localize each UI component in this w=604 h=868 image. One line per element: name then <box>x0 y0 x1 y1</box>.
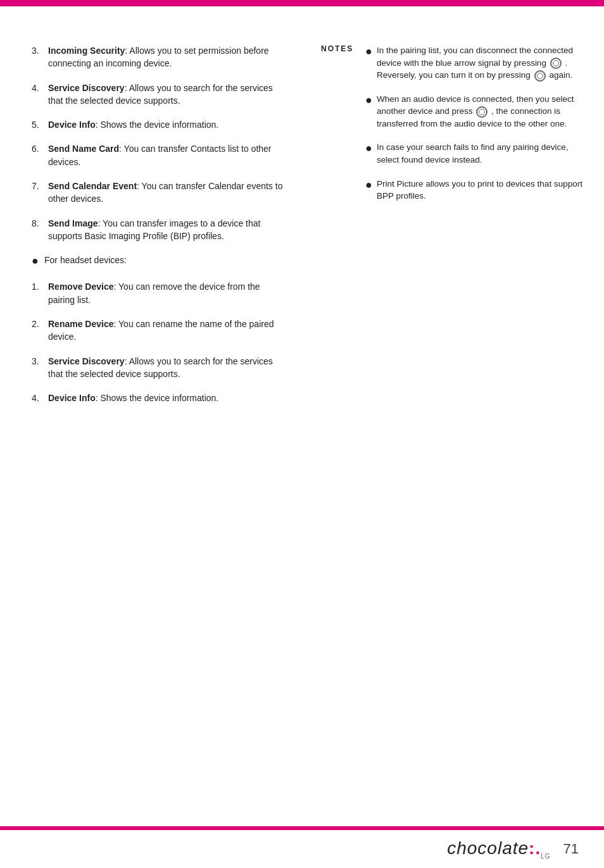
note-bullet-icon: ● <box>365 43 377 82</box>
item-term: Send Image <box>48 218 98 228</box>
notes-header: NOTES <box>321 44 365 53</box>
note-item-4: ● Print Picture allows you to print to d… <box>365 178 585 202</box>
item-number: 8. <box>32 217 48 243</box>
item-term: Send Name Card <box>48 144 119 154</box>
note-text-2: When an audio device is connected, then … <box>377 93 585 130</box>
item-number: 6. <box>32 142 48 168</box>
main-content: 3. Incoming Security: Allows you to set … <box>0 19 604 817</box>
item-term: Service Discovery <box>48 356 125 366</box>
item-content: Device Info: Shows the device informatio… <box>48 118 283 131</box>
top-bar <box>0 0 604 6</box>
item-term: Rename Device <box>48 319 114 329</box>
page-number: 71 <box>563 841 579 857</box>
list-item-8: 8. Send Image: You can transfer images t… <box>32 217 283 243</box>
note-bullet-icon: ● <box>365 92 377 130</box>
right-column: NOTES ● In the pairing list, you can dis… <box>302 32 604 805</box>
headset-item-1: 1. Remove Device: You can remove the dev… <box>32 280 283 306</box>
circle-button-icon-3 <box>476 106 488 118</box>
item-content: Remove Device: You can remove the device… <box>48 280 283 306</box>
item-term: Device Info <box>48 393 96 403</box>
headset-item-4: 4. Device Info: Shows the device informa… <box>32 392 283 404</box>
item-content: Send Calendar Event: You can transfer Ca… <box>48 180 283 206</box>
list-item-6: 6. Send Name Card: You can transfer Cont… <box>32 142 283 168</box>
circle-button-icon-2 <box>534 70 546 82</box>
item-content: Service Discovery: Allows you to search … <box>48 355 283 381</box>
item-number: 3. <box>32 44 48 70</box>
item-text: : Shows the device information. <box>96 393 219 403</box>
left-column: 3. Incoming Security: Allows you to set … <box>0 32 302 805</box>
notes-section: NOTES ● In the pairing list, you can dis… <box>321 44 585 214</box>
list-item-4: 4. Service Discovery: Allows you to sear… <box>32 82 283 108</box>
item-text: : Shows the device information. <box>96 120 219 130</box>
item-number: 4. <box>32 392 48 404</box>
footer: chocolate:.LG 71 <box>0 830 604 868</box>
item-number: 1. <box>32 280 48 306</box>
notes-content: ● In the pairing list, you can disconnec… <box>365 44 585 214</box>
list-item-3: 3. Incoming Security: Allows you to set … <box>32 44 283 70</box>
bullet-icon: ● <box>32 252 44 269</box>
item-number: 5. <box>32 118 48 131</box>
item-term: Remove Device <box>48 282 114 292</box>
item-term: Service Discovery <box>48 83 125 93</box>
note-bullet-icon: ● <box>365 140 377 166</box>
item-content: Rename Device: You can rename the name o… <box>48 318 283 344</box>
list-item-7: 7. Send Calendar Event: You can transfer… <box>32 180 283 206</box>
headset-label: For headset devices: <box>44 254 283 269</box>
item-term: Incoming Security <box>48 46 125 56</box>
item-content: Incoming Security: Allows you to set per… <box>48 44 283 70</box>
circle-button-icon <box>550 58 562 69</box>
headset-item-2: 2. Rename Device: You can rename the nam… <box>32 318 283 344</box>
item-number: 4. <box>32 82 48 108</box>
note-text-1: In the pairing list, you can disconnect … <box>377 44 585 82</box>
note-bullet-icon: ● <box>365 177 377 202</box>
item-content: Service Discovery: Allows you to search … <box>48 82 283 108</box>
note-item-1: ● In the pairing list, you can disconnec… <box>365 44 585 82</box>
item-term: Send Calendar Event <box>48 181 137 191</box>
headset-item-3: 3. Service Discovery: Allows you to sear… <box>32 355 283 381</box>
item-number: 2. <box>32 318 48 344</box>
item-number: 7. <box>32 180 48 206</box>
note-item-2: ● When an audio device is connected, the… <box>365 93 585 130</box>
note-text-4: Print Picture allows you to print to dev… <box>377 178 585 202</box>
headset-bullet: ● For headset devices: <box>32 254 283 269</box>
brand-dot: :. <box>529 838 541 858</box>
item-content: Send Image: You can transfer images to a… <box>48 217 283 243</box>
brand-name-text: chocolate <box>447 838 529 858</box>
note-item-3: ● In case your search fails to find any … <box>365 141 585 166</box>
note-text-3: In case your search fails to find any pa… <box>377 141 585 166</box>
notes-label-col: NOTES <box>321 44 365 214</box>
item-content: Send Name Card: You can transfer Contact… <box>48 142 283 168</box>
item-term: Device Info <box>48 120 96 130</box>
list-item-5: 5. Device Info: Shows the device informa… <box>32 118 283 131</box>
item-content: Device Info: Shows the device informatio… <box>48 392 283 404</box>
item-number: 3. <box>32 355 48 381</box>
brand-logo: chocolate:.LG <box>447 838 550 860</box>
